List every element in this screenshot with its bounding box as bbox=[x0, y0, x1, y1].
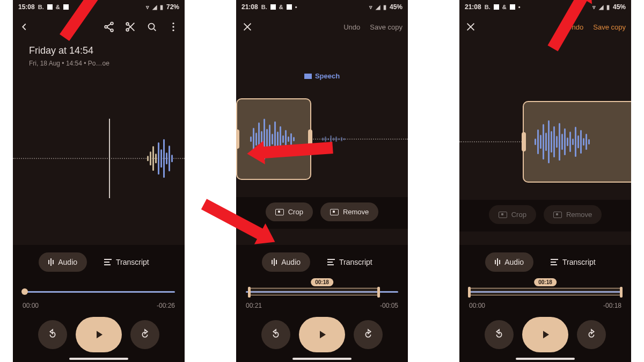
status-icon-b: B. bbox=[261, 4, 267, 10]
forward-button[interactable] bbox=[130, 320, 159, 349]
svg-point-8 bbox=[172, 30, 174, 31]
forward-button[interactable] bbox=[354, 320, 383, 349]
tab-audio[interactable]: Audio bbox=[485, 252, 533, 272]
player-tabs: Audio Transcript bbox=[469, 252, 621, 272]
top-bar: Undo Save copy bbox=[459, 14, 631, 40]
nav-pill[interactable] bbox=[516, 358, 575, 360]
tab-audio[interactable]: Audio bbox=[262, 252, 310, 272]
playback-controls bbox=[469, 317, 621, 352]
battery-icon: ▮ bbox=[383, 4, 386, 11]
audio-icon bbox=[495, 258, 500, 266]
waveform-area[interactable] bbox=[459, 93, 631, 190]
play-button[interactable] bbox=[522, 317, 568, 352]
remove-icon bbox=[330, 209, 339, 215]
tab-transcript[interactable]: Transcript bbox=[94, 252, 159, 272]
status-battery: 72% bbox=[166, 3, 179, 11]
status-battery: 45% bbox=[613, 3, 626, 11]
crop-button[interactable]: Crop bbox=[266, 202, 313, 221]
tab-transcript[interactable]: Transcript bbox=[318, 252, 382, 272]
playback-controls bbox=[23, 317, 175, 352]
rewind-button[interactable] bbox=[485, 320, 514, 349]
player-tabs: Audio Transcript bbox=[23, 252, 175, 272]
tab-transcript-label: Transcript bbox=[116, 258, 149, 266]
phone-screen-1: 15:08 B. & ▿ ◢ ▮ 72% bbox=[13, 0, 185, 362]
remove-label: Remove bbox=[566, 211, 592, 219]
save-copy-button[interactable]: Save copy bbox=[593, 23, 626, 31]
crop-icon bbox=[499, 212, 507, 218]
search-icon[interactable] bbox=[146, 21, 158, 33]
crop-action-row: Crop Remove bbox=[459, 200, 631, 231]
status-icon-amp: & bbox=[56, 4, 60, 10]
speech-chip-label: Speech bbox=[315, 72, 340, 80]
crop-handle-right[interactable] bbox=[308, 129, 312, 149]
seek-bar[interactable]: 00:18 bbox=[469, 281, 621, 300]
svg-point-4 bbox=[126, 28, 129, 31]
seek-range-handle-left[interactable] bbox=[248, 287, 251, 298]
waveform-area[interactable] bbox=[236, 91, 408, 187]
scissors-icon[interactable] bbox=[125, 21, 136, 33]
top-bar: Undo Save copy bbox=[236, 14, 408, 40]
back-icon[interactable] bbox=[18, 21, 30, 33]
status-dot-icon: • bbox=[295, 4, 297, 10]
status-icon-amp: & bbox=[279, 4, 283, 10]
seek-range-handle-left[interactable] bbox=[468, 287, 471, 298]
forward-button[interactable] bbox=[577, 320, 606, 349]
tab-audio-label: Audio bbox=[504, 258, 524, 266]
recording-header: Friday at 14:54 Fri, 18 Aug • 14:54 • Po… bbox=[13, 40, 185, 67]
close-icon[interactable] bbox=[465, 21, 477, 33]
time-start: 00:00 bbox=[23, 302, 39, 309]
seek-range[interactable] bbox=[469, 288, 621, 295]
svg-point-5 bbox=[149, 24, 155, 30]
tab-audio[interactable]: Audio bbox=[39, 252, 87, 272]
status-bar: 21:08 B. & • ▿ ◢ ▮ 45% bbox=[459, 0, 631, 14]
remove-button[interactable]: Remove bbox=[320, 202, 378, 221]
status-icon-b: B. bbox=[485, 4, 491, 10]
seek-bar[interactable] bbox=[23, 281, 175, 300]
status-time: 15:08 bbox=[18, 3, 35, 11]
recording-title[interactable]: Friday at 14:54 bbox=[29, 45, 169, 56]
tab-transcript-label: Transcript bbox=[562, 258, 596, 266]
close-icon[interactable] bbox=[241, 21, 253, 33]
tab-audio-label: Audio bbox=[281, 258, 301, 266]
status-app-icon bbox=[63, 4, 69, 10]
tab-audio-label: Audio bbox=[58, 258, 77, 266]
signal-icon: ◢ bbox=[376, 4, 380, 11]
undo-button[interactable]: Undo bbox=[567, 23, 583, 31]
seek-badge: 00:18 bbox=[534, 278, 557, 286]
seek-range-handle-right[interactable] bbox=[377, 287, 380, 298]
status-bar: 21:08 B. & • ▿ ◢ ▮ 45% bbox=[236, 0, 408, 14]
seek-range[interactable] bbox=[249, 288, 379, 295]
waveform-area[interactable] bbox=[13, 89, 185, 228]
rewind-button[interactable] bbox=[261, 320, 290, 349]
svg-point-7 bbox=[172, 26, 174, 27]
crop-handle-left[interactable] bbox=[236, 129, 239, 149]
share-icon[interactable] bbox=[103, 21, 115, 33]
wifi-icon: ▿ bbox=[146, 4, 149, 11]
tab-transcript[interactable]: Transcript bbox=[541, 252, 605, 272]
more-icon[interactable] bbox=[167, 21, 179, 33]
crop-label: Crop bbox=[511, 211, 526, 219]
play-button[interactable] bbox=[299, 317, 345, 352]
seek-range-handle-right[interactable] bbox=[620, 287, 623, 298]
seek-badge: 00:18 bbox=[311, 278, 333, 286]
remove-button: Remove bbox=[544, 205, 602, 224]
waveform-bars-outside bbox=[322, 135, 345, 143]
nav-pill[interactable] bbox=[69, 358, 128, 360]
crop-handle-left[interactable] bbox=[522, 132, 526, 151]
recording-subtitle: Fri, 18 Aug • 14:54 • Po…oe bbox=[29, 60, 169, 67]
nav-pill[interactable] bbox=[292, 358, 352, 360]
crop-action-row: Crop Remove bbox=[236, 197, 408, 229]
player-panel: Audio Transcript 00:18 00:00 -00:18 bbox=[459, 245, 631, 362]
remove-label: Remove bbox=[343, 208, 369, 216]
play-button[interactable] bbox=[76, 317, 122, 352]
signal-icon: ◢ bbox=[599, 4, 603, 11]
battery-icon: ▮ bbox=[606, 4, 610, 11]
seek-bar[interactable]: 00:18 bbox=[246, 281, 398, 300]
svg-point-3 bbox=[126, 23, 129, 25]
rewind-button[interactable] bbox=[38, 320, 67, 349]
save-copy-button[interactable]: Save copy bbox=[370, 23, 402, 31]
status-app-icon bbox=[510, 4, 515, 10]
top-bar bbox=[13, 14, 185, 40]
undo-button[interactable]: Undo bbox=[343, 23, 360, 31]
status-time: 21:08 bbox=[465, 3, 481, 11]
